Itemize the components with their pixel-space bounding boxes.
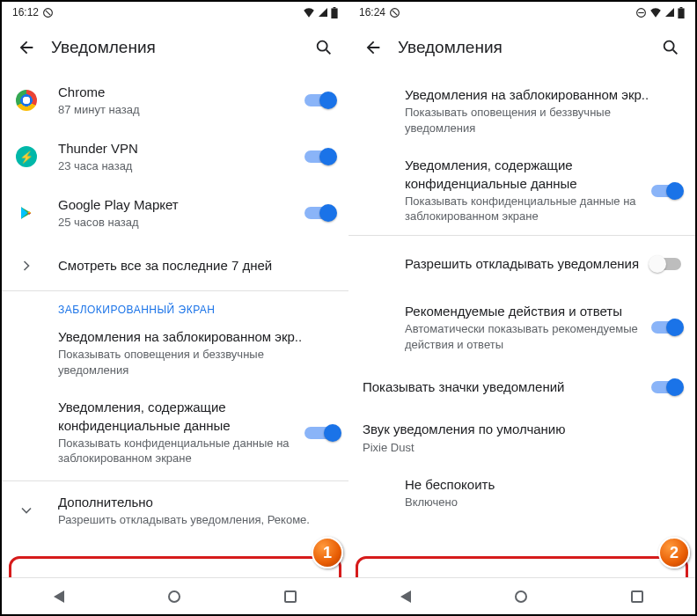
status-time: 16:24 (359, 6, 385, 18)
sensitive-sub: Показывать конфиденциальные данные на за… (58, 436, 294, 466)
nav-home-icon[interactable] (515, 590, 527, 603)
content-left: Chrome 87 минут назад ⚡ Thunder VPN 23 ч… (2, 72, 348, 577)
section-lock-screen: ЗАБЛОКИРОВАННЫЙ ЭКРАН (2, 291, 348, 323)
search-button[interactable] (653, 30, 688, 65)
toggle-switch[interactable] (651, 258, 681, 270)
svg-rect-2 (334, 7, 336, 8)
highlight-step-2 (356, 556, 688, 577)
sensitive-title: Уведомления, содержащие конфиденциальные… (58, 399, 294, 435)
svg-line-13 (673, 50, 678, 55)
phone-right: 16:24 Уведомления Уведомления на заблоки… (348, 2, 695, 614)
svg-line-1 (46, 10, 50, 14)
lock-notif-row[interactable]: Уведомления на заблокированном экр.. Пок… (348, 72, 695, 146)
nav-back-icon[interactable] (400, 590, 411, 603)
dnd-title: Не беспокоить (405, 476, 681, 494)
chevron-right-icon (16, 255, 37, 276)
see-all-row[interactable]: Смотреть все за последние 7 дней (2, 241, 348, 290)
advanced-row[interactable]: Дополнительно Разрешить откладывать увед… (2, 481, 348, 540)
status-time: 16:12 (12, 6, 39, 18)
sensitive-row[interactable]: Уведомления, содержащие конфиденциальные… (2, 388, 348, 477)
page-title: Уведомления (44, 38, 306, 57)
lock-notif-sub: Показывать оповещения и беззвучные уведо… (58, 347, 334, 378)
app-name: Thunder VPN (58, 140, 294, 158)
badges-row[interactable]: Показывать значки уведомлений (348, 363, 695, 412)
toggle-switch[interactable] (651, 185, 681, 197)
sound-row[interactable]: Звук уведомления по умолчанию Pixie Dust (348, 412, 695, 464)
toggle-switch[interactable] (651, 381, 681, 393)
navbar (348, 577, 695, 614)
page-title: Уведомления (391, 38, 653, 57)
statusbar: 16:12 (2, 2, 348, 23)
sensitive-sub: Показывать конфиденциальные данные на за… (405, 194, 641, 224)
signal-icon (318, 7, 328, 18)
content-right: Уведомления на заблокированном экр.. Пок… (348, 72, 695, 577)
snooze-row[interactable]: Разрешить откладывать уведомления (348, 236, 695, 292)
badges-title: Показывать значки уведомлений (363, 378, 641, 396)
svg-point-12 (664, 41, 674, 51)
appbar: Уведомления (348, 23, 695, 72)
toggle-switch[interactable] (304, 94, 334, 106)
app-row-play[interactable]: Google Play Маркет 25 часов назад (2, 185, 348, 241)
snooze-title: Разрешить откладывать уведомления (405, 255, 641, 273)
app-sub: 87 минут назад (58, 102, 294, 118)
search-button[interactable] (306, 30, 341, 65)
highlight-step-1 (9, 556, 341, 577)
toggle-switch[interactable] (304, 150, 334, 163)
back-button[interactable] (356, 30, 391, 65)
step-badge-2: 2 (658, 537, 690, 568)
lock-notif-row[interactable]: Уведомления на заблокированном экр.. Пок… (2, 323, 348, 388)
dnd-status-icon (42, 7, 54, 18)
toggle-switch[interactable] (304, 427, 334, 439)
toggle-switch[interactable] (651, 321, 681, 334)
step-badge-1: 1 (312, 537, 343, 568)
suggested-title: Рекомендуемые действия и ответы (405, 303, 641, 320)
nav-home-icon[interactable] (168, 590, 180, 603)
dnd-status-icon (389, 7, 400, 18)
app-row-thunder[interactable]: ⚡ Thunder VPN 23 часа назад (2, 128, 348, 185)
play-store-icon (16, 202, 37, 224)
wifi-icon (303, 7, 315, 18)
chrome-icon (16, 90, 37, 111)
statusbar: 16:24 (348, 2, 695, 23)
dnd-right-icon (635, 7, 647, 18)
lock-notif-sub: Показывать оповещения и беззвучные уведо… (405, 105, 681, 136)
svg-point-4 (318, 41, 327, 51)
appbar: Уведомления (2, 23, 348, 72)
toggle-switch[interactable] (304, 207, 334, 219)
sound-sub: Pixie Dust (363, 440, 681, 456)
lock-notif-title: Уведомления на заблокированном экр.. (405, 86, 681, 104)
battery-icon (331, 7, 338, 18)
svg-rect-11 (678, 8, 684, 18)
svg-line-7 (393, 10, 397, 14)
chevron-down-icon (16, 500, 37, 521)
sound-title: Звук уведомления по умолчанию (363, 421, 681, 438)
back-button[interactable] (9, 30, 44, 65)
phone-left: 16:12 Уведомления Chrome 87 минут назад … (2, 2, 348, 614)
see-all-label: Смотреть все за последние 7 дней (58, 257, 334, 275)
app-name: Google Play Маркет (58, 196, 294, 214)
svg-line-5 (326, 50, 331, 55)
nav-back-icon[interactable] (54, 590, 64, 603)
nav-recent-icon[interactable] (284, 590, 297, 603)
advanced-title: Дополнительно (58, 494, 334, 511)
dnd-row[interactable]: Не беспокоить Включено (348, 464, 695, 523)
thunder-icon: ⚡ (16, 146, 37, 167)
app-sub: 25 часов назад (58, 215, 294, 231)
app-sub: 23 часа назад (58, 158, 294, 174)
wifi-icon (649, 7, 662, 18)
sensitive-title: Уведомления, содержащие конфиденциальные… (405, 157, 641, 193)
signal-icon (664, 7, 675, 18)
advanced-sub: Разрешить откладывать уведомления, Реком… (58, 512, 334, 528)
dnd-sub: Включено (405, 495, 681, 510)
suggested-row[interactable]: Рекомендуемые действия и ответы Автомати… (348, 292, 695, 363)
navbar (2, 577, 348, 614)
nav-recent-icon[interactable] (631, 590, 643, 603)
app-row-chrome[interactable]: Chrome 87 минут назад (2, 72, 348, 128)
suggested-sub: Автоматически показывать рекомендуемые д… (405, 321, 641, 352)
lock-notif-title: Уведомления на заблокированном экр.. (58, 328, 334, 346)
svg-rect-10 (680, 7, 683, 8)
battery-icon (678, 7, 685, 18)
svg-rect-3 (331, 8, 337, 18)
app-name: Chrome (58, 84, 294, 101)
sensitive-row[interactable]: Уведомления, содержащие конфиденциальные… (348, 146, 695, 235)
